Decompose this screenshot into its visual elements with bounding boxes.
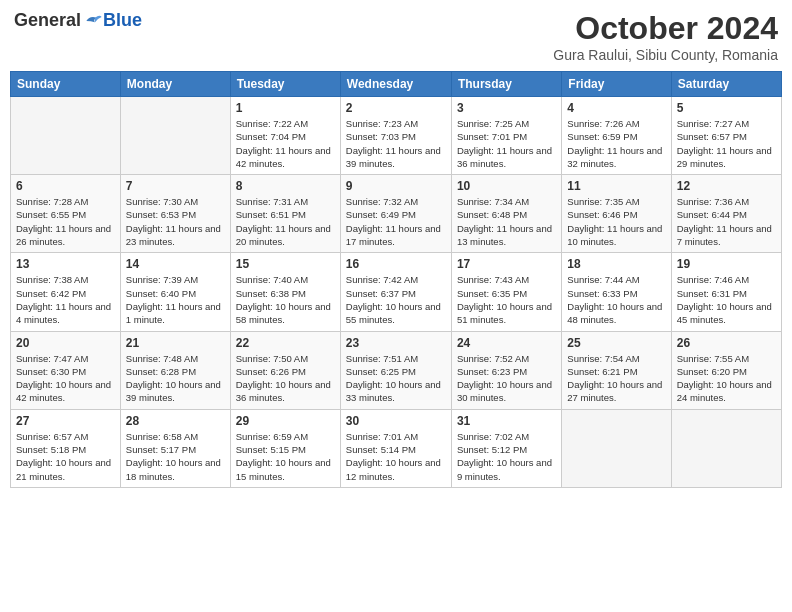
calendar-cell: 19Sunrise: 7:46 AMSunset: 6:31 PMDayligh… [671, 253, 781, 331]
calendar-cell [11, 97, 121, 175]
day-info: Sunrise: 7:34 AMSunset: 6:48 PMDaylight:… [457, 195, 556, 248]
day-info: Sunrise: 7:44 AMSunset: 6:33 PMDaylight:… [567, 273, 665, 326]
day-number: 10 [457, 179, 556, 193]
day-number: 22 [236, 336, 335, 350]
day-info: Sunrise: 7:31 AMSunset: 6:51 PMDaylight:… [236, 195, 335, 248]
day-number: 20 [16, 336, 115, 350]
day-info: Sunrise: 7:38 AMSunset: 6:42 PMDaylight:… [16, 273, 115, 326]
page-header: General Blue October 2024 Gura Raului, S… [10, 10, 782, 63]
day-number: 23 [346, 336, 446, 350]
day-header-sunday: Sunday [11, 72, 121, 97]
logo-bird-icon [83, 11, 103, 31]
calendar-cell: 2Sunrise: 7:23 AMSunset: 7:03 PMDaylight… [340, 97, 451, 175]
day-info: Sunrise: 6:57 AMSunset: 5:18 PMDaylight:… [16, 430, 115, 483]
calendar-week-5: 27Sunrise: 6:57 AMSunset: 5:18 PMDayligh… [11, 409, 782, 487]
calendar-cell: 29Sunrise: 6:59 AMSunset: 5:15 PMDayligh… [230, 409, 340, 487]
day-number: 11 [567, 179, 665, 193]
day-number: 12 [677, 179, 776, 193]
day-number: 25 [567, 336, 665, 350]
day-number: 13 [16, 257, 115, 271]
calendar-cell: 9Sunrise: 7:32 AMSunset: 6:49 PMDaylight… [340, 175, 451, 253]
calendar-cell: 1Sunrise: 7:22 AMSunset: 7:04 PMDaylight… [230, 97, 340, 175]
calendar-cell: 24Sunrise: 7:52 AMSunset: 6:23 PMDayligh… [451, 331, 561, 409]
calendar-cell: 10Sunrise: 7:34 AMSunset: 6:48 PMDayligh… [451, 175, 561, 253]
day-number: 17 [457, 257, 556, 271]
month-title: October 2024 [553, 10, 778, 47]
calendar-cell: 11Sunrise: 7:35 AMSunset: 6:46 PMDayligh… [562, 175, 671, 253]
day-info: Sunrise: 7:32 AMSunset: 6:49 PMDaylight:… [346, 195, 446, 248]
day-info: Sunrise: 7:35 AMSunset: 6:46 PMDaylight:… [567, 195, 665, 248]
day-number: 24 [457, 336, 556, 350]
day-number: 9 [346, 179, 446, 193]
calendar-header-row: SundayMondayTuesdayWednesdayThursdayFrid… [11, 72, 782, 97]
day-number: 29 [236, 414, 335, 428]
day-info: Sunrise: 7:26 AMSunset: 6:59 PMDaylight:… [567, 117, 665, 170]
location-subtitle: Gura Raului, Sibiu County, Romania [553, 47, 778, 63]
logo: General Blue [14, 10, 142, 31]
day-number: 3 [457, 101, 556, 115]
day-number: 8 [236, 179, 335, 193]
day-info: Sunrise: 7:52 AMSunset: 6:23 PMDaylight:… [457, 352, 556, 405]
calendar-cell: 23Sunrise: 7:51 AMSunset: 6:25 PMDayligh… [340, 331, 451, 409]
day-info: Sunrise: 6:58 AMSunset: 5:17 PMDaylight:… [126, 430, 225, 483]
calendar-cell: 31Sunrise: 7:02 AMSunset: 5:12 PMDayligh… [451, 409, 561, 487]
calendar-week-4: 20Sunrise: 7:47 AMSunset: 6:30 PMDayligh… [11, 331, 782, 409]
day-info: Sunrise: 7:39 AMSunset: 6:40 PMDaylight:… [126, 273, 225, 326]
calendar-cell: 22Sunrise: 7:50 AMSunset: 6:26 PMDayligh… [230, 331, 340, 409]
day-number: 18 [567, 257, 665, 271]
day-info: Sunrise: 7:50 AMSunset: 6:26 PMDaylight:… [236, 352, 335, 405]
calendar-cell: 20Sunrise: 7:47 AMSunset: 6:30 PMDayligh… [11, 331, 121, 409]
day-number: 6 [16, 179, 115, 193]
calendar-cell: 7Sunrise: 7:30 AMSunset: 6:53 PMDaylight… [120, 175, 230, 253]
day-number: 5 [677, 101, 776, 115]
day-info: Sunrise: 7:22 AMSunset: 7:04 PMDaylight:… [236, 117, 335, 170]
day-number: 19 [677, 257, 776, 271]
day-number: 16 [346, 257, 446, 271]
calendar-cell: 16Sunrise: 7:42 AMSunset: 6:37 PMDayligh… [340, 253, 451, 331]
day-number: 2 [346, 101, 446, 115]
day-info: Sunrise: 7:42 AMSunset: 6:37 PMDaylight:… [346, 273, 446, 326]
calendar-cell: 26Sunrise: 7:55 AMSunset: 6:20 PMDayligh… [671, 331, 781, 409]
day-number: 15 [236, 257, 335, 271]
calendar-cell: 8Sunrise: 7:31 AMSunset: 6:51 PMDaylight… [230, 175, 340, 253]
day-number: 21 [126, 336, 225, 350]
day-info: Sunrise: 7:23 AMSunset: 7:03 PMDaylight:… [346, 117, 446, 170]
calendar-cell: 21Sunrise: 7:48 AMSunset: 6:28 PMDayligh… [120, 331, 230, 409]
day-info: Sunrise: 7:25 AMSunset: 7:01 PMDaylight:… [457, 117, 556, 170]
calendar-cell: 5Sunrise: 7:27 AMSunset: 6:57 PMDaylight… [671, 97, 781, 175]
day-header-tuesday: Tuesday [230, 72, 340, 97]
calendar-cell [562, 409, 671, 487]
day-header-wednesday: Wednesday [340, 72, 451, 97]
calendar-cell [120, 97, 230, 175]
day-info: Sunrise: 7:01 AMSunset: 5:14 PMDaylight:… [346, 430, 446, 483]
calendar-cell: 28Sunrise: 6:58 AMSunset: 5:17 PMDayligh… [120, 409, 230, 487]
day-number: 30 [346, 414, 446, 428]
day-number: 26 [677, 336, 776, 350]
calendar-cell: 14Sunrise: 7:39 AMSunset: 6:40 PMDayligh… [120, 253, 230, 331]
day-number: 14 [126, 257, 225, 271]
day-header-monday: Monday [120, 72, 230, 97]
calendar-cell: 18Sunrise: 7:44 AMSunset: 6:33 PMDayligh… [562, 253, 671, 331]
calendar-cell: 27Sunrise: 6:57 AMSunset: 5:18 PMDayligh… [11, 409, 121, 487]
day-info: Sunrise: 7:51 AMSunset: 6:25 PMDaylight:… [346, 352, 446, 405]
day-number: 4 [567, 101, 665, 115]
calendar-cell: 12Sunrise: 7:36 AMSunset: 6:44 PMDayligh… [671, 175, 781, 253]
calendar-cell: 3Sunrise: 7:25 AMSunset: 7:01 PMDaylight… [451, 97, 561, 175]
day-header-thursday: Thursday [451, 72, 561, 97]
day-info: Sunrise: 7:55 AMSunset: 6:20 PMDaylight:… [677, 352, 776, 405]
day-info: Sunrise: 7:36 AMSunset: 6:44 PMDaylight:… [677, 195, 776, 248]
calendar-cell: 17Sunrise: 7:43 AMSunset: 6:35 PMDayligh… [451, 253, 561, 331]
calendar-week-3: 13Sunrise: 7:38 AMSunset: 6:42 PMDayligh… [11, 253, 782, 331]
calendar-cell: 13Sunrise: 7:38 AMSunset: 6:42 PMDayligh… [11, 253, 121, 331]
day-header-friday: Friday [562, 72, 671, 97]
logo-general-text: General [14, 10, 81, 31]
calendar-cell: 30Sunrise: 7:01 AMSunset: 5:14 PMDayligh… [340, 409, 451, 487]
day-info: Sunrise: 7:54 AMSunset: 6:21 PMDaylight:… [567, 352, 665, 405]
day-number: 27 [16, 414, 115, 428]
calendar-cell: 4Sunrise: 7:26 AMSunset: 6:59 PMDaylight… [562, 97, 671, 175]
day-info: Sunrise: 7:27 AMSunset: 6:57 PMDaylight:… [677, 117, 776, 170]
day-info: Sunrise: 7:47 AMSunset: 6:30 PMDaylight:… [16, 352, 115, 405]
calendar-week-1: 1Sunrise: 7:22 AMSunset: 7:04 PMDaylight… [11, 97, 782, 175]
calendar-cell [671, 409, 781, 487]
calendar-cell: 6Sunrise: 7:28 AMSunset: 6:55 PMDaylight… [11, 175, 121, 253]
